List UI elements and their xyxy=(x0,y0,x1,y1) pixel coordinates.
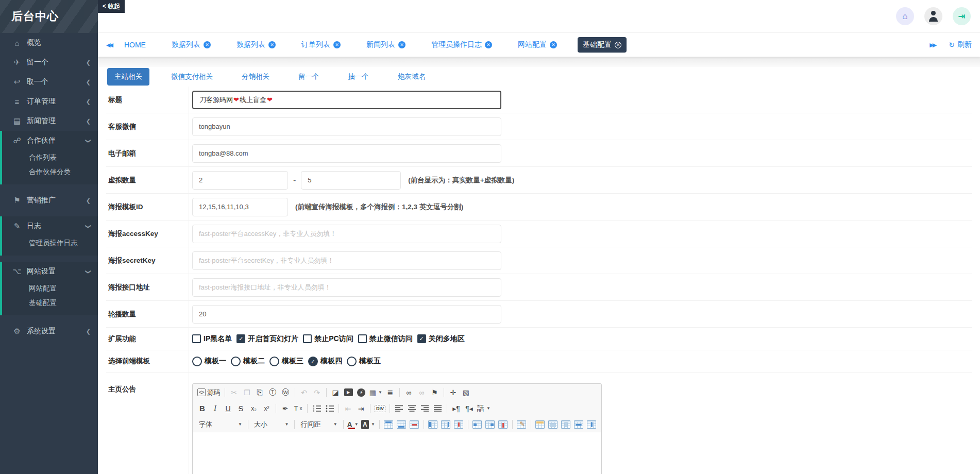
sidebar-item-partner-category[interactable]: 合作伙伴分类 xyxy=(2,165,98,179)
row-delete-icon[interactable] xyxy=(408,418,421,431)
checkbox-icon[interactable]: ✓ xyxy=(358,334,367,343)
table-properties-icon[interactable] xyxy=(547,418,560,431)
sidebar-item-basic-config[interactable]: 基础配置 xyxy=(2,296,98,310)
checkbox-icon[interactable]: ✓ xyxy=(303,334,312,343)
scroll-tabs-right-icon[interactable]: ▶▶ xyxy=(930,42,935,48)
cell-insert-right-icon[interactable] xyxy=(484,418,497,431)
radio-icon[interactable]: ✓ xyxy=(308,357,318,366)
carousel-count-input[interactable] xyxy=(192,305,501,324)
tab-leave-one[interactable]: 留一个 xyxy=(291,68,327,86)
poster-secretkey-input[interactable] xyxy=(192,251,501,270)
close-icon[interactable]: ✕ xyxy=(550,41,557,48)
checkbox-block-wechat[interactable]: ✓ 禁止微信访问 xyxy=(358,334,413,344)
div-container-icon[interactable]: DIV xyxy=(373,402,387,415)
align-right-icon[interactable] xyxy=(418,402,431,415)
radio-icon[interactable]: ✓ xyxy=(347,357,357,366)
poster-template-id-input[interactable] xyxy=(192,198,288,216)
line-height-dropdown[interactable]: 行间距▼ xyxy=(297,418,340,431)
cell-properties-icon[interactable] xyxy=(515,418,528,431)
sidebar-item-leave-one[interactable]: ✈ 留一个 ❮ xyxy=(0,53,98,72)
close-icon[interactable]: ✕ xyxy=(204,41,211,48)
checkbox-ip-blacklist[interactable]: ✓ IP黑名单 xyxy=(192,334,232,344)
sidebar-item-system-settings[interactable]: ⚙ 系统设置 ❮ xyxy=(0,321,98,341)
paste-word-icon[interactable]: Ⓦ xyxy=(279,386,292,399)
subscript-icon[interactable]: x₂ xyxy=(247,402,260,415)
ordered-list-icon[interactable] xyxy=(310,402,323,415)
copy-formatting-icon[interactable]: ✒ xyxy=(279,402,292,415)
insert-image-icon[interactable]: ◪ xyxy=(329,386,342,399)
sidebar-item-take-one[interactable]: ↩ 取一个 ❮ xyxy=(0,72,98,92)
paste-icon[interactable]: ⎘ xyxy=(254,386,266,399)
merge-cells-vertical-icon[interactable] xyxy=(585,418,598,431)
tab-news-list[interactable]: 新闻列表✕ xyxy=(361,37,411,53)
undo-icon[interactable]: ↶ xyxy=(298,386,311,399)
remove-format-icon[interactable]: Tx xyxy=(292,402,305,415)
tab-distribution[interactable]: 分销相关 xyxy=(234,68,277,86)
radio-template-2[interactable]: ✓ 模板二 xyxy=(231,357,265,366)
sidebar-item-orders[interactable]: ≡ 订单管理 ❮ xyxy=(0,92,98,111)
align-justify-icon[interactable] xyxy=(431,402,444,415)
checkbox-icon[interactable]: ✓ xyxy=(417,334,426,343)
tab-basic-config[interactable]: 基础配置✕ xyxy=(578,37,627,53)
italic-icon[interactable]: I xyxy=(209,402,222,415)
tab-order-list[interactable]: 订单列表✕ xyxy=(296,37,346,53)
close-icon[interactable]: ✕ xyxy=(615,42,621,48)
sidebar-item-logs[interactable]: ✎ 日志 ❯ xyxy=(2,216,98,236)
row-insert-above-icon[interactable] xyxy=(382,418,395,431)
user-button[interactable] xyxy=(924,7,942,25)
unlink-icon[interactable]: ∞ xyxy=(415,386,428,399)
close-icon[interactable]: ✕ xyxy=(485,41,492,48)
row-insert-below-icon[interactable] xyxy=(395,418,408,431)
indent-icon[interactable]: ⇥ xyxy=(354,402,367,415)
checkbox-block-pc[interactable]: ✓ 禁止PC访问 xyxy=(303,334,353,344)
close-icon[interactable]: ✕ xyxy=(333,41,341,48)
sidebar-item-news[interactable]: ▤ 新闻管理 ❮ xyxy=(0,111,98,131)
sidebar-item-overview[interactable]: ⌂ 概览 xyxy=(0,33,98,53)
source-button[interactable]: <>源码 xyxy=(196,386,222,399)
sidebar-item-partners[interactable]: ☍ 合作伙伴 ❯ xyxy=(2,131,98,150)
editor-content-area[interactable] xyxy=(193,432,601,474)
tab-decoy-domain[interactable]: 炮灰域名 xyxy=(391,68,433,86)
collapse-sidebar-tooltip[interactable]: < 收起 xyxy=(98,0,125,13)
tab-home[interactable]: HOME xyxy=(119,38,151,52)
sidebar-item-site-settings[interactable]: ⌥ 网站设置 ❯ xyxy=(2,262,98,281)
bold-icon[interactable]: B xyxy=(196,402,209,415)
close-icon[interactable]: ✕ xyxy=(268,41,276,48)
checkbox-disable-multiregion[interactable]: ✓ 关闭多地区 xyxy=(417,334,465,344)
table-header-icon[interactable] xyxy=(534,418,547,431)
language-icon[interactable]: 話▼ xyxy=(476,402,492,415)
insert-flash-icon[interactable]: ⚡ xyxy=(355,386,368,399)
logout-button[interactable]: ⇥ xyxy=(953,7,971,25)
link-icon[interactable]: ∞ xyxy=(402,386,415,399)
radio-template-3[interactable]: ✓ 模板三 xyxy=(269,357,303,366)
virtual-quantity-min-input[interactable] xyxy=(192,171,288,190)
home-button[interactable]: ⌂ xyxy=(896,7,914,25)
maximize-icon[interactable]: ✛ xyxy=(447,386,460,399)
redo-icon[interactable]: ↷ xyxy=(311,386,324,399)
tab-data-list-1[interactable]: 数据列表✕ xyxy=(166,37,216,53)
radio-template-1[interactable]: ✓ 模板一 xyxy=(192,357,226,366)
tab-data-list-2[interactable]: 数据列表✕ xyxy=(231,37,281,53)
title-input[interactable]: 刀客源码网❤线上盲盒❤ xyxy=(192,91,501,109)
horizontal-rule-icon[interactable]: ≣ xyxy=(384,386,397,399)
column-insert-left-icon[interactable] xyxy=(427,418,440,431)
table-column-select-icon[interactable] xyxy=(560,418,572,431)
tab-admin-log[interactable]: 管理员操作日志✕ xyxy=(426,37,497,53)
strikethrough-icon[interactable]: S xyxy=(234,402,247,415)
tab-draw-one[interactable]: 抽一个 xyxy=(341,68,377,86)
refresh-button[interactable]: ↻ 刷新 xyxy=(949,40,972,49)
sidebar-item-admin-log[interactable]: 管理员操作日志 xyxy=(2,236,98,250)
radio-template-4[interactable]: ✓ 模板四 xyxy=(308,357,342,366)
show-blocks-icon[interactable]: ▧ xyxy=(460,386,472,399)
radio-icon[interactable]: ✓ xyxy=(192,357,202,366)
sidebar-item-site-config[interactable]: 网站配置 xyxy=(2,281,98,296)
insert-table-icon[interactable]: ▦▼ xyxy=(368,386,384,399)
cell-delete-icon[interactable] xyxy=(497,418,510,431)
service-wechat-input[interactable] xyxy=(192,117,501,136)
cell-insert-left-icon[interactable] xyxy=(471,418,484,431)
align-left-icon[interactable] xyxy=(393,402,405,415)
font-size-dropdown[interactable]: 大小▼ xyxy=(251,418,292,431)
radio-icon[interactable]: ✓ xyxy=(269,357,279,366)
virtual-quantity-max-input[interactable] xyxy=(301,171,401,190)
merge-cells-horizontal-icon[interactable] xyxy=(572,418,585,431)
